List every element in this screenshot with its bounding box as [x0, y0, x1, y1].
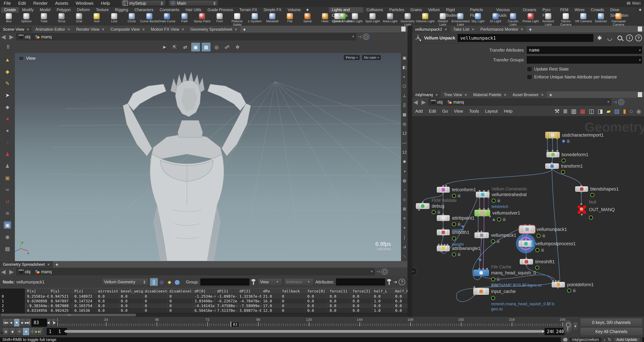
asset-box-icon[interactable]: ▮	[622, 108, 627, 115]
pane-tab-take-list[interactable]: Take List✕	[450, 26, 477, 32]
network-node-smooth1[interactable]	[437, 229, 450, 235]
pane-tab-asset-browser[interactable]: Asset Browser✕	[510, 92, 547, 98]
shelf-tool-spray-paint[interactable]: Spray Paint	[193, 13, 211, 23]
shelf-tool-stereo-camera[interactable]: Stereo Camera	[557, 13, 574, 26]
shelf-tool-area-light[interactable]: Area Light	[381, 13, 399, 23]
column-header-dp-1[interactable]: dP[1]	[216, 288, 238, 294]
range-end-field[interactable]: 240	[545, 328, 555, 335]
net-camera-icon[interactable]: ◉	[635, 108, 642, 115]
spreadsheet-table[interactable]: P[x]P[y]P[z]airresistbevel_weight_vdisab…	[0, 288, 408, 313]
close-tab-icon[interactable]: ✕	[142, 27, 145, 31]
shelf-tab-grains[interactable]: Grains	[407, 7, 425, 13]
volume-brush-icon[interactable]: ▲	[4, 56, 11, 63]
shelf-tool-draw-curve[interactable]: Draw Curve	[158, 13, 176, 23]
net-link-icon[interactable]	[618, 99, 624, 105]
network-node-usdcharacterimport1[interactable]	[545, 132, 560, 139]
range-slider-left-thumb[interactable]	[64, 330, 66, 333]
pane-tab-motion-fx-view[interactable]: Motion FX View✕	[148, 26, 187, 32]
close-tab-icon[interactable]: ✕	[541, 93, 544, 97]
shelf-tool-box[interactable]: Box	[0, 13, 18, 23]
recook-icon[interactable]: ↻	[608, 337, 612, 342]
network-node-vellumpack1[interactable]	[474, 232, 489, 238]
shelf-tab-rigging[interactable]: Rigging	[112, 7, 131, 13]
shelf-tool-camera[interactable]: Camera	[328, 13, 346, 23]
shelf-tool-ambient-light[interactable]: Ambient Light	[540, 13, 557, 26]
previous-key-button[interactable]: ▏◀	[32, 328, 37, 336]
column-header-dp-2[interactable]: dP[2]	[238, 288, 261, 294]
desktop-selector[interactable]: mySetup ▲▼	[121, 0, 166, 6]
shelf-tool-geometry-light[interactable]: Geometry Light	[399, 13, 416, 26]
area-select-icon[interactable]: ▦	[202, 43, 210, 51]
shelf-tool-switcher[interactable]: Switcher	[592, 13, 610, 23]
lod-2-label[interactable]: 12	[402, 150, 407, 155]
object-icon[interactable]: ●	[4, 127, 11, 134]
column-icon[interactable]: ▥	[570, 108, 578, 115]
shelf-tool-distant-light[interactable]: Distant Light	[434, 13, 452, 26]
menu-file[interactable]: File	[0, 0, 14, 6]
shelf-tool-vr-camera[interactable]: VR Camera	[574, 13, 592, 23]
cook-up-icon[interactable]: ▲	[603, 338, 606, 341]
column-header-fallback[interactable]: fallback	[280, 288, 306, 294]
tools-icon[interactable]: ⚒	[554, 108, 560, 115]
column-header-p-x[interactable]: P[x]	[25, 288, 49, 294]
pane-corner-icon[interactable]: ▣	[402, 55, 407, 61]
network-canvas[interactable]: Geometry – usdcharacterimport1ibonedefor…	[412, 116, 644, 317]
shelf-tool-platonic-solids[interactable]: Platonic Solids	[228, 13, 246, 26]
path-crumb-obj[interactable]: obj	[428, 99, 445, 105]
column-header-disableexternal[interactable]: disableexternal	[143, 288, 168, 294]
network-node-transform1[interactable]	[545, 163, 559, 169]
update-mode-selector[interactable]: Auto Update	[614, 338, 640, 342]
network-node-manq-head-squish-0[interactable]	[473, 270, 489, 276]
next-key-button[interactable]: ▶▏	[38, 328, 43, 336]
shelf-tab-constraints[interactable]: Constraints	[156, 7, 182, 13]
shelf-tab-vellum[interactable]: Vellum	[425, 7, 443, 13]
go-end-button[interactable]: ▶▶▏	[25, 319, 31, 327]
magnet-icon[interactable]: ∪	[4, 198, 11, 205]
orbit-icon[interactable]: ◉	[4, 233, 11, 240]
pane-tab-composite-view[interactable]: Composite View✕	[108, 26, 148, 32]
shelf-tool-gamepad-camera[interactable]: Gamepad Camera	[610, 13, 627, 26]
sort-icon[interactable]: ⇥	[393, 279, 397, 285]
intrinsics-selector[interactable]: Intrinsics▼	[284, 278, 314, 286]
background-image-icon[interactable]: ▨	[613, 108, 620, 115]
shelf-tab-deform[interactable]: Deform	[74, 7, 93, 13]
shelf-tab-pyro-fx[interactable]: Pyro FX	[539, 7, 557, 13]
frame-step-back-button[interactable]: ◀▏	[47, 319, 51, 327]
path-crumb-obj[interactable]: obj	[16, 268, 33, 275]
gs-link-icon[interactable]	[382, 268, 388, 275]
network-node-blendshapes1[interactable]	[575, 186, 588, 192]
select-arrow-icon[interactable]: ➤	[160, 43, 168, 51]
close-tab-icon[interactable]: ✕	[435, 93, 438, 97]
realtime-icon[interactable]: ⊕	[23, 328, 30, 336]
close-tab-icon[interactable]: ✕	[235, 27, 237, 31]
close-tab-icon[interactable]: ✕	[521, 27, 524, 31]
table-row[interactable]: 30.03349560.9924250.165360.00.0006.56416…	[0, 308, 408, 313]
close-tab-icon[interactable]: ✕	[47, 263, 50, 266]
close-tab-icon[interactable]: ✕	[102, 27, 104, 31]
current-frame-field[interactable]: 83	[32, 319, 48, 327]
path-crumb-manq[interactable]: manq	[445, 99, 466, 105]
net-search-icon[interactable]: ◌	[628, 108, 634, 115]
gear-icon[interactable]: ✱	[596, 34, 604, 42]
pane-tab-performance-monitor[interactable]: Performance Monitor✕	[478, 26, 526, 32]
shelf-tab-collisions[interactable]: Collisions	[363, 7, 386, 13]
render-region-icon[interactable]: ◎	[212, 43, 221, 51]
close-tab-icon[interactable]: ✕	[444, 27, 447, 31]
scene-spinner[interactable]: ▲▼	[213, 1, 216, 5]
play-reverse-button[interactable]: ◀	[8, 319, 14, 327]
new-tab-button[interactable]: +	[547, 92, 555, 98]
hook-icon[interactable]: 𝈏	[402, 253, 407, 259]
gs-forward-arrow[interactable]: ▶	[8, 268, 15, 275]
ruler-icon[interactable]: ∣	[402, 234, 407, 240]
column-header-bevel-weight-v[interactable]: bevel_weight_v	[119, 288, 143, 294]
pin-icon[interactable]: ⊣	[358, 34, 362, 40]
divider-icon[interactable]: —	[402, 140, 407, 146]
smooth-shade-icon[interactable]: ◔	[402, 187, 407, 193]
palette-icon[interactable]: ▦	[579, 108, 586, 115]
loop-icon[interactable]: ↺	[16, 328, 23, 336]
geo-type-selector[interactable]: Vellum Geometry ▲▼	[102, 278, 148, 286]
shelf-tab-lights-and-cameras[interactable]: Lights and Cameras	[328, 7, 364, 13]
column-header-disableself[interactable]: disableself	[168, 288, 193, 294]
close-tab-icon[interactable]: ✕	[26, 27, 29, 31]
net-menu-edit[interactable]: Edit	[426, 108, 439, 114]
